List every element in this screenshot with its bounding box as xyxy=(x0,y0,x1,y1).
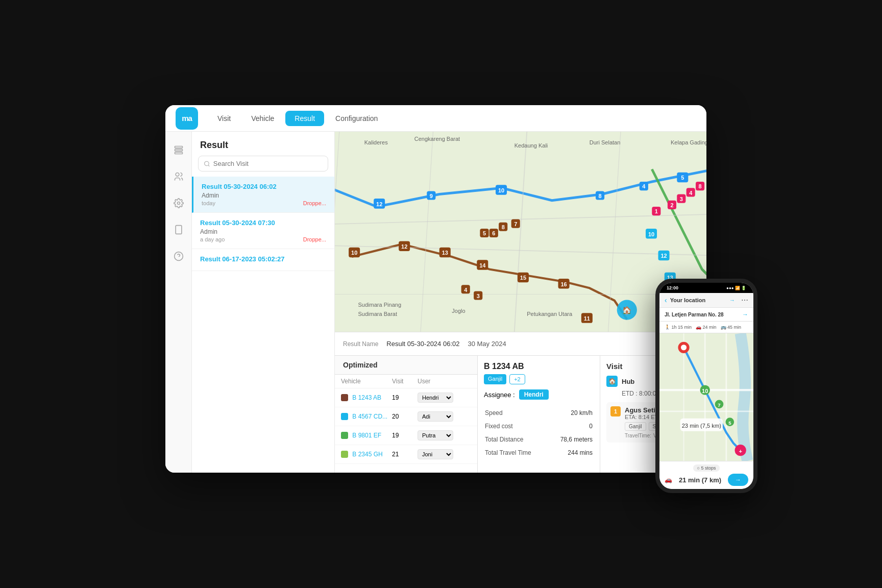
assignee-label: Assignee : xyxy=(484,391,515,399)
user-select-1[interactable]: Hendri xyxy=(418,393,453,403)
phone-mockup: 12:00 ●●● 📶 🔋 ‹ Your location → ⋯ Jl. Le… xyxy=(655,279,757,493)
svg-text:10: 10 xyxy=(648,231,654,237)
result-item-2[interactable]: Result 05-30-2024 07:30 Admin a day ago … xyxy=(192,213,334,249)
bottom-bar: Result Name Result 05-30-2024 06:02 30 M… xyxy=(335,332,706,355)
tag-ganjil: Ganjil xyxy=(484,374,506,384)
hub-name: Hub xyxy=(622,378,634,385)
phone-map-svg: 23 min (7,5 km) 10 7 5 + 🔍 xyxy=(659,333,753,461)
phone-eta: 21 min (7 km) xyxy=(679,476,721,484)
svg-text:9: 9 xyxy=(430,193,433,199)
svg-text:12: 12 xyxy=(376,201,382,207)
table-row: B 1243 AB 19 Hendri xyxy=(335,388,477,407)
user-select-3[interactable]: Putra xyxy=(418,430,453,440)
svg-text:Sudimara Pinang: Sudimara Pinang xyxy=(358,302,402,308)
car-icon: 🚗 xyxy=(665,476,672,483)
phone-arrow-button[interactable]: → xyxy=(729,297,735,303)
phone-signal: ●●● 📶 🔋 xyxy=(726,286,746,290)
phone-nav-bar: ‹ Your location → ⋯ xyxy=(659,293,753,308)
map-svg: 10 12 13 14 15 16 12 9 10 8 xyxy=(335,132,706,332)
optimized-panel: Optimized Vehicle Visit User B 1243 AB xyxy=(335,356,478,473)
phone-more-button[interactable]: ⋯ xyxy=(741,296,748,304)
sidebar-icons xyxy=(165,132,192,473)
table-row: B 2345 GH 21 Joni xyxy=(335,445,477,464)
detail-row: Total Distance 78,6 meters xyxy=(485,433,593,446)
tab-result[interactable]: Result xyxy=(285,111,324,126)
result-title-2: Result 05-30-2024 07:30 xyxy=(200,219,326,227)
table-header-row: Vehicle Visit User xyxy=(335,375,477,388)
phone-time: 12:00 xyxy=(667,285,678,290)
vehicle-name-2[interactable]: B 4567 CD... xyxy=(341,413,392,421)
svg-text:4: 4 xyxy=(689,190,693,196)
svg-point-3 xyxy=(176,173,179,177)
panel-title: Result xyxy=(192,132,334,156)
svg-text:13: 13 xyxy=(442,250,448,256)
svg-point-4 xyxy=(177,202,180,205)
svg-text:5: 5 xyxy=(681,175,684,181)
svg-text:Kedaung Kali: Kedaung Kali xyxy=(514,142,548,149)
svg-text:4: 4 xyxy=(642,183,646,189)
svg-text:4: 4 xyxy=(464,287,468,293)
tag-row: Ganjil +2 xyxy=(484,374,594,384)
svg-text:1: 1 xyxy=(655,208,658,214)
stop-tag-ganjil: Ganjil xyxy=(625,422,646,431)
scene: ma Visit Vehicle Result Configuration xyxy=(135,85,747,503)
result-user-2: Admin xyxy=(200,228,326,235)
tab-visit[interactable]: Visit xyxy=(208,111,240,126)
user-select-2[interactable]: Adi xyxy=(418,411,453,422)
svg-text:5: 5 xyxy=(483,230,486,236)
sidebar-icon-phone[interactable] xyxy=(170,222,187,238)
svg-text:5: 5 xyxy=(728,420,731,426)
tag-plus: +2 xyxy=(509,374,525,384)
svg-text:12: 12 xyxy=(401,243,407,250)
search-icon xyxy=(204,160,210,167)
nav-tabs: Visit Vehicle Result Configuration xyxy=(208,111,387,126)
sidebar-icon-settings[interactable] xyxy=(170,195,187,211)
top-nav: ma Visit Vehicle Result Configuration xyxy=(165,105,706,132)
sidebar-icon-list[interactable] xyxy=(170,142,187,158)
transport-bus: 🚌 45 min xyxy=(721,325,742,330)
result-title-1: Result 05-30-2024 06:02 xyxy=(202,183,326,190)
phone-location-title: Your location xyxy=(670,297,726,303)
phone-bottom-panel: ○ 5 stops 🚗 21 min (7 km) → xyxy=(659,461,753,489)
vehicle-name-1[interactable]: B 1243 AB xyxy=(341,394,392,402)
transport-car: 🚗 24 min xyxy=(696,325,717,330)
phone-stops-row: ○ 5 stops xyxy=(665,464,748,472)
map-area: 10 12 13 14 15 16 12 9 10 8 xyxy=(335,132,706,332)
phone-back-button[interactable]: ‹ xyxy=(665,296,667,304)
user-select-4[interactable]: Joni xyxy=(418,449,453,459)
svg-text:15: 15 xyxy=(520,275,526,281)
sidebar-icon-help[interactable] xyxy=(170,248,187,264)
svg-text:23 min (7,5 km): 23 min (7,5 km) xyxy=(682,423,721,429)
svg-text:14: 14 xyxy=(479,262,486,268)
tab-configuration[interactable]: Configuration xyxy=(326,111,387,126)
vehicle-detail: B 1234 AB Ganjil +2 Assignee : Hendri Sp… xyxy=(478,356,600,473)
detail-table: Speed 20 km/h Fixed cost 0 Total Distanc… xyxy=(484,406,594,460)
assignee-row: Assignee : Hendri xyxy=(484,389,594,400)
svg-line-10 xyxy=(208,165,209,166)
svg-text:10: 10 xyxy=(351,250,357,256)
svg-text:8: 8 xyxy=(699,183,702,189)
search-input[interactable] xyxy=(213,160,323,167)
left-panel: Result Result 05-30-2024 06:02 Admin tod… xyxy=(192,132,335,473)
vehicle-name-4[interactable]: B 2345 GH xyxy=(341,451,392,458)
search-box[interactable] xyxy=(198,156,328,172)
result-item-3[interactable]: Result 06-17-2023 05:02:27 xyxy=(192,249,334,271)
detail-row: Fixed cost 0 xyxy=(485,420,593,432)
phone-go-button[interactable]: → xyxy=(728,474,748,486)
result-item-1[interactable]: Result 05-30-2024 06:02 Admin today Drop… xyxy=(192,177,334,213)
sidebar-icon-people[interactable] xyxy=(170,168,187,185)
detail-row: Total Travel Time 244 mins xyxy=(485,447,593,459)
phone-address-arrow: → xyxy=(742,311,748,318)
tab-vehicle[interactable]: Vehicle xyxy=(242,111,283,126)
svg-text:12: 12 xyxy=(660,253,667,259)
logo: ma xyxy=(176,107,198,130)
table-row: B 9801 EF 19 Putra xyxy=(335,426,477,445)
desktop-window: ma Visit Vehicle Result Configuration xyxy=(165,105,706,473)
vehicle-name-3[interactable]: B 9801 EF xyxy=(341,432,392,439)
svg-text:Sudimara Barat: Sudimara Barat xyxy=(358,311,398,317)
svg-rect-2 xyxy=(175,152,182,154)
svg-text:3: 3 xyxy=(477,293,480,299)
svg-text:🏠: 🏠 xyxy=(622,306,632,315)
phone-eta-row: 🚗 21 min (7 km) → xyxy=(665,474,748,486)
svg-text:2: 2 xyxy=(670,202,673,208)
